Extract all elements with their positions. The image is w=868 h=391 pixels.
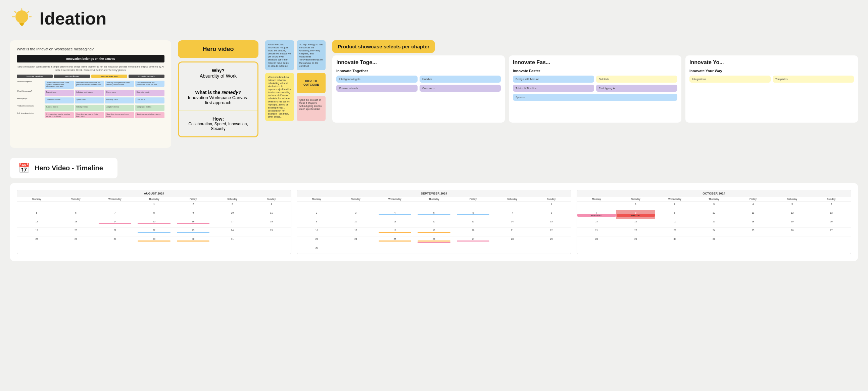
chapter-item: Spaces: [513, 94, 677, 101]
calendar-october: OCTOBER 2024 Monday Tuesday Wednesday Th…: [577, 190, 851, 254]
hero-remedy-section: What is the remedy? Innovation Workspace…: [179, 84, 257, 111]
chapter-item: Huddles: [420, 76, 501, 83]
chapter-item: Design with Miro AI: [513, 76, 594, 83]
calendars-container: AUGUST 2024 Monday Tuesday Wednesday Thu…: [10, 183, 858, 261]
october-header: OCTOBER 2024: [577, 190, 851, 197]
svg-line-5: [15, 11, 16, 13]
hero-video-card: Hero video Why? Absurdity of Work What i…: [178, 40, 258, 137]
sticky-1: About work and innovation. Not just tool…: [265, 40, 294, 70]
august-header: AUGUST 2024: [17, 190, 291, 197]
chapter-item: Catch-ups: [420, 85, 501, 92]
lightbulb-icon: [10, 7, 34, 30]
svg-rect-10: [20, 24, 24, 25]
chapter-together-label: Innovate Together: [336, 69, 501, 73]
doc-title: What is the Innovation Workspace messagi…: [17, 47, 164, 51]
showcase-header: Product showcase selects per chapter: [332, 40, 435, 53]
col-securely: innovate securely: [129, 75, 164, 78]
chapter-together-title: Innovate Toge...: [336, 59, 501, 65]
hero-video-label: Hero video: [178, 40, 258, 58]
chapter-item: Templates: [773, 76, 854, 83]
chapter-item: Intelligent widgets: [336, 76, 417, 83]
chapter-item: Canvas schools: [336, 85, 417, 92]
hero-why-section: Why? Absurdity of Work: [179, 62, 257, 84]
chapter-item: Tables & Timeline: [513, 85, 594, 92]
calendar-september: SEPTEMBER 2024 Monday Tuesday Wednesday …: [297, 190, 571, 254]
col-faster: innovate Faster: [54, 75, 90, 78]
chapter-together: Innovate Toge... Innovate Together Intel…: [332, 55, 505, 122]
september-grid: Monday Tuesday Wednesday Thursday Friday…: [297, 197, 571, 254]
doc-rows: Short description Lorem ipsum descriptio…: [17, 81, 164, 118]
calendar-august: AUGUST 2024 Monday Tuesday Wednesday Thu…: [17, 190, 291, 254]
chapter-yourway: Innovate Yo... Innovate Your Way Integra…: [685, 55, 858, 122]
svg-rect-11: [21, 25, 23, 26]
chapter-faster-title: Innovate Fas...: [513, 59, 677, 65]
table-row: 2–3 line description Short desc text her…: [17, 112, 164, 118]
messaging-doc-card: What is the Innovation Workspace messagi…: [10, 40, 171, 148]
doc-banner: Innovation belongs on the canvas: [17, 55, 164, 62]
chapter-faster-label: Innovate Faster: [513, 69, 677, 73]
chapter-yourway-label: Innovate Your Way: [689, 69, 854, 73]
chapter-item: Integrations: [689, 76, 771, 83]
bottom-section: 📅 Hero Video - Timeline AUGUST 2024 Mond…: [10, 158, 858, 261]
doc-columns: innovate together innovate Faster innova…: [17, 75, 164, 78]
timeline-title: Hero Video - Timeline: [35, 164, 103, 172]
page-title: Ideation: [40, 8, 106, 29]
chapter-together-content: Intelligent widgets Huddles Canvas schoo…: [336, 76, 501, 92]
chapter-faster: Innovate Fas... Innovate Faster Design w…: [509, 55, 681, 122]
table-row: Short description Lorem ipsum descriptio…: [17, 81, 164, 89]
top-row: What is the Innovation Workspace messagi…: [10, 40, 858, 148]
chapter-yourway-title: Innovate Yo...: [689, 59, 854, 65]
showcase-card: Product showcase selects per chapter Inn…: [332, 40, 858, 122]
hero-how-section: How: Collaboration, Speed, Innovation, S…: [179, 111, 257, 136]
sticky-notes-card: About work and innovation. Not just tool…: [265, 40, 326, 121]
table-row: Product successes Success metrics Veloci…: [17, 105, 164, 111]
hero-why: Why? Absurdity of Work: [186, 68, 251, 79]
col-yourway: innovate your way: [91, 75, 127, 78]
svg-line-4: [28, 11, 29, 13]
page-header: Ideation: [10, 7, 858, 30]
showcase-chapters: Innovate Toge... Innovate Together Intel…: [332, 55, 858, 122]
col-together: innovate together: [17, 75, 53, 78]
chapter-item: Prototyping AI: [596, 85, 677, 92]
svg-rect-8: [21, 20, 23, 23]
calendar-icon: 📅: [18, 163, 30, 174]
sticky-3: Video needs to be a balance between arti…: [265, 73, 294, 121]
chapter-yourway-content: Integrations Templates: [689, 76, 854, 83]
svg-rect-9: [20, 23, 24, 24]
hero-video-content: Why? Absurdity of Work What is the remed…: [178, 61, 258, 137]
hero-remedy: What is the remedy? Innovation Workspace…: [186, 90, 251, 105]
september-header: SEPTEMBER 2024: [297, 190, 571, 197]
table-row: Value props Collaboration value Speed va…: [17, 97, 164, 104]
sticky-2: 50 high energy tip that introduces the w…: [297, 40, 326, 70]
doc-body-text: Miro's Innovation Workspace is a simple …: [17, 65, 164, 72]
sticky-idea: IDEA TO OUTCOME: [297, 73, 326, 93]
chapter-faster-content: Design with Miro AI Sidekick Tables & Ti…: [513, 76, 677, 101]
timeline-header: 📅 Hero Video - Timeline: [10, 158, 118, 178]
hero-how: How: Collaboration, Speed, Innovation, S…: [186, 116, 251, 131]
october-grid: Monday Tuesday Wednesday Thursday Friday…: [577, 197, 851, 245]
chapter-item: Sidekick: [596, 76, 677, 83]
table-row: Who this serves? Teams & orgs Individual…: [17, 90, 164, 96]
august-grid: Monday Tuesday Wednesday Thursday Friday…: [17, 197, 291, 245]
sticky-4: QUIZ this on each of these 4 chapters wi…: [297, 96, 326, 121]
